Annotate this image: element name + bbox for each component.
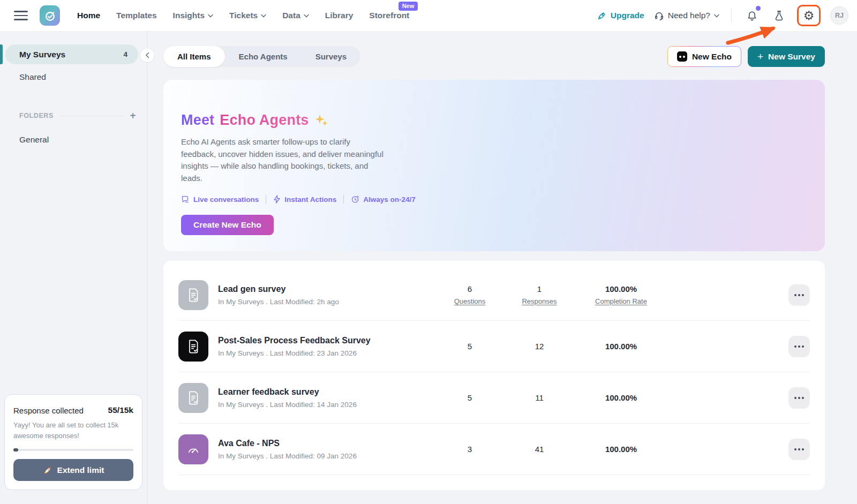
usage-progress-fill [13,448,18,452]
need-help-menu[interactable]: Need help? [654,11,719,21]
tab-surveys[interactable]: Surveys [302,46,360,67]
notification-dot [756,6,761,11]
extend-limit-button[interactable]: Extend limit [13,459,133,481]
questions-stat: 5 [435,342,505,351]
questions-label[interactable]: Questions [435,297,505,305]
nav-item-data[interactable]: Data [282,11,309,20]
app-logo[interactable] [40,5,60,26]
usage-progress-bar [13,449,133,451]
survey-doc-icon [178,383,208,413]
feature-always-on: Always on-24/7 [351,195,416,204]
survey-meta: In My Surveys . Last Modified: 23 Jan 20… [218,349,435,357]
completion-stat: 100.00% Completion Rate [574,284,668,305]
sparkles-icon [314,114,328,127]
survey-doc-icon [178,332,208,362]
survey-meta: In My Surveys . Last Modified: 09 Jan 20… [218,452,435,460]
nps-gauge-icon [178,434,208,464]
robot-icon [677,51,687,62]
main-content: All Items Echo Agents Surveys New Echo +… [147,32,857,504]
surveys-list: Lead gen survey In My Surveys . Last Mod… [163,261,825,490]
clock-icon [351,195,359,204]
more-icon [798,345,800,348]
row-more-button[interactable] [788,336,810,357]
feature-instant-actions: Instant Actions [273,195,336,204]
completion-label[interactable]: Completion Rate [574,297,668,305]
row-more-button[interactable] [788,387,810,409]
nav-item-templates[interactable]: Templates [116,11,157,20]
nav-item-tickets[interactable]: Tickets [229,11,266,20]
rocket-icon [597,11,607,20]
settings-button[interactable]: ⚙ [802,8,816,23]
completion-stat: 100.00% [574,445,668,454]
rocket-icon [43,465,52,475]
plus-icon: + [757,51,763,62]
create-new-echo-button[interactable]: Create New Echo [181,215,274,235]
tab-echo-agents[interactable]: Echo Agents [225,46,302,67]
row-more-button[interactable] [788,439,810,460]
sidebar: My Surveys 4 Shared FOLDERS + General Re… [0,32,147,504]
nav-item-insights[interactable]: Insights [173,11,213,20]
settings-highlight-annotation: ⚙ [797,5,821,26]
flask-icon [773,10,785,21]
my-surveys-count: 4 [123,50,127,58]
new-survey-button[interactable]: + New Survey [748,46,825,67]
row-more-button[interactable] [788,284,810,306]
survey-name[interactable]: Learner feedback survey [218,387,435,397]
upgrade-button[interactable]: Upgrade [597,11,644,20]
more-icon [798,397,800,399]
labs-button[interactable] [770,7,787,24]
user-avatar[interactable]: RJ [830,6,848,25]
chevron-down-icon [208,14,213,18]
responses-stat: 11 [505,393,574,402]
nav-item-home[interactable]: Home [77,11,100,20]
completion-stat: 100.00% [574,342,668,351]
divider [266,195,266,204]
completion-stat: 100.00% [574,393,668,402]
responses-stat: 12 [505,342,574,351]
add-folder-button[interactable]: + [130,110,136,121]
hamburger-menu-icon[interactable] [14,11,28,20]
top-navbar: Home Templates Insights Tickets Data Lib… [0,0,857,32]
app-root: Home Templates Insights Tickets Data Lib… [0,0,857,504]
questions-stat: 6 Questions [435,284,505,305]
sidebar-item-general[interactable]: General [0,135,147,145]
survey-row[interactable]: Post-Sales Process Feedback Survey In My… [178,321,810,372]
banner-description: Echo AI Agents ask smarter follow-ups to… [181,136,386,184]
chevron-down-icon [304,14,309,18]
chat-bubble-icon [181,195,190,204]
sidebar-item-my-surveys[interactable]: My Surveys 4 [5,44,138,64]
response-usage-card: Response collected 55/15k Yayy! You are … [4,394,142,490]
chevron-left-icon [145,52,149,58]
more-icon [798,448,800,450]
survey-row[interactable]: Learner feedback survey In My Surveys . … [178,372,810,424]
primary-nav: Home Templates Insights Tickets Data Lib… [77,11,409,20]
divider [731,9,732,22]
survey-name[interactable]: Post-Sales Process Feedback Survey [218,336,435,345]
active-accent-bar [0,44,3,64]
feature-live-conversations: Live conversations [181,195,259,204]
more-icon [798,294,800,296]
usage-title: Response collected [13,406,84,415]
chevron-down-icon [261,14,266,18]
responses-label[interactable]: Responses [505,297,574,305]
bell-icon [746,10,758,22]
survey-doc-icon [178,280,208,310]
survey-row[interactable]: Lead gen survey In My Surveys . Last Mod… [178,269,810,321]
questions-stat: 5 [435,393,505,402]
survey-name[interactable]: Lead gen survey [218,284,435,294]
usage-message: Yayy! You are all set to collect 15k awe… [13,420,133,441]
survey-name[interactable]: Ava Cafe - NPS [218,439,435,448]
sidebar-collapse-button[interactable] [140,48,155,63]
nav-item-storefront[interactable]: Storefront New [369,11,409,20]
usage-value: 55/15k [108,405,133,415]
survey-row[interactable]: Ava Cafe - NPS In My Surveys . Last Modi… [178,424,810,475]
survey-meta: In My Surveys . Last Modified: 14 Jan 20… [218,401,435,409]
divider [343,195,344,204]
nav-item-library[interactable]: Library [325,11,354,20]
tab-all-items[interactable]: All Items [163,46,225,67]
new-echo-button[interactable]: New Echo [667,46,741,67]
notifications-button[interactable] [743,7,761,24]
folders-section-label: FOLDERS [19,112,54,119]
questions-stat: 3 [435,445,505,454]
sidebar-item-shared[interactable]: Shared [0,68,147,86]
